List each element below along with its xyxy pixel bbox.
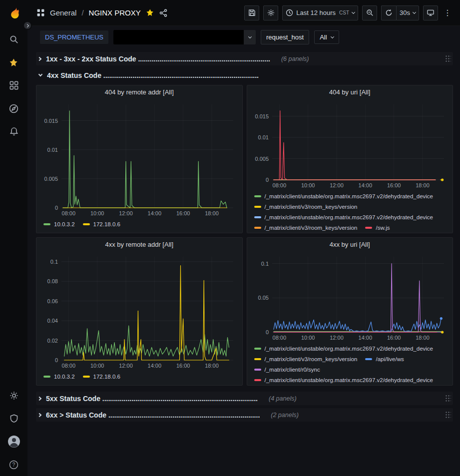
breadcrumb-section[interactable]: General bbox=[50, 8, 76, 17]
chart-4xx-by-remote-addr[interactable]: 08:0010:0012:0014:0016:0018:0000.020.040… bbox=[39, 252, 239, 370]
legend-label: /_matrix/client/v3/room_keys/version bbox=[265, 225, 358, 231]
legend-swatch bbox=[254, 358, 261, 360]
chevron-down-icon bbox=[38, 72, 42, 76]
legend-swatch bbox=[254, 195, 261, 197]
chart-4xx-by-uri[interactable]: 08:0010:0012:0014:0016:0018:0000.050.1 bbox=[250, 252, 450, 342]
svg-text:12:00: 12:00 bbox=[330, 335, 344, 341]
row-title: 4xx Status Code ........................… bbox=[47, 71, 259, 79]
legend-swatch bbox=[254, 379, 261, 381]
sidebar-item-help[interactable]: ? bbox=[0, 453, 27, 476]
panel-title[interactable]: 404 by remote addr [All] bbox=[36, 85, 242, 99]
svg-text:08:00: 08:00 bbox=[272, 335, 286, 341]
refresh-interval-label: 30s bbox=[400, 9, 410, 16]
sidebar-item-configuration[interactable] bbox=[0, 384, 27, 407]
sidebar-item-server-admin[interactable] bbox=[0, 407, 27, 430]
row-1xx-3xx-2xx[interactable]: 1xx - 3xx - 2xx Status Code ............… bbox=[36, 52, 453, 65]
sidebar-item-dashboards[interactable] bbox=[0, 74, 27, 97]
row-title: 6xx > Status Code ......................… bbox=[46, 411, 260, 419]
row-4xx[interactable]: 4xx Status Code ........................… bbox=[36, 68, 453, 82]
share-icon[interactable] bbox=[159, 9, 167, 17]
variable-ds-prometheus-label[interactable]: DS_PROMETHEUS bbox=[40, 30, 108, 44]
dashboard-title[interactable]: NGINX PROXY bbox=[89, 8, 141, 17]
legend-item[interactable]: /_matrix/client/v3/room_keys/version bbox=[254, 354, 358, 364]
row-title: 1xx - 3xx - 2xx Status Code ............… bbox=[46, 55, 270, 63]
sidebar-item-search[interactable] bbox=[0, 28, 27, 51]
legend-item[interactable]: 172.18.0.6 bbox=[83, 219, 120, 229]
row-drag-handle[interactable] bbox=[445, 394, 451, 403]
refresh-interval-dropdown[interactable]: 30s bbox=[396, 5, 419, 20]
time-range-picker[interactable]: Last 12 hours CST bbox=[282, 5, 358, 20]
panel-4xx-by-uri: 4xx by uri [All] 08:0010:0012:0014:0016:… bbox=[247, 237, 454, 386]
legend-item[interactable]: 10.0.3.2 bbox=[43, 371, 75, 382]
legend-item[interactable]: 172.18.0.6 bbox=[83, 371, 120, 382]
sidebar-item-explore[interactable] bbox=[0, 97, 27, 120]
legend-label: /api/live/ws bbox=[376, 356, 404, 362]
legend-label: 10.0.3.2 bbox=[54, 221, 75, 227]
sidebar-item-starred[interactable] bbox=[0, 51, 27, 74]
legend-item[interactable]: /_matrix/client/unstable/org.matrix.msc2… bbox=[254, 191, 434, 201]
svg-text:14:00: 14:00 bbox=[148, 210, 162, 216]
legend-swatch bbox=[43, 376, 50, 378]
row-drag-handle[interactable] bbox=[445, 54, 451, 63]
svg-text:16:00: 16:00 bbox=[176, 363, 190, 369]
sidebar-item-profile[interactable] bbox=[0, 430, 27, 453]
chevron-right-icon bbox=[25, 23, 28, 27]
svg-text:12:00: 12:00 bbox=[119, 210, 133, 216]
legend-label: /_matrix/client/v3/room_keys/version bbox=[265, 356, 358, 362]
panel-404-by-uri: 404 by uri [All] 08:0010:0012:0014:0016:… bbox=[247, 85, 454, 233]
legend-item[interactable]: /_matrix/client/unstable/org.matrix.msc2… bbox=[254, 212, 434, 222]
row-6xx[interactable]: 6xx > Status Code ......................… bbox=[36, 408, 453, 422]
datasource-select[interactable] bbox=[113, 30, 256, 44]
legend: /_matrix/client/unstable/org.matrix.msc2… bbox=[254, 343, 451, 383]
variable-request-host-label[interactable]: request_host bbox=[261, 30, 309, 44]
legend-swatch bbox=[83, 223, 90, 225]
sidebar-expand-button[interactable] bbox=[23, 21, 32, 30]
svg-text:0.06: 0.06 bbox=[47, 298, 58, 304]
legend-item[interactable]: /sw.js bbox=[365, 222, 390, 231]
legend: 10.0.3.2172.18.0.6 bbox=[43, 219, 240, 231]
refresh-icon bbox=[385, 9, 393, 16]
row-5xx[interactable]: 5xx Status Code ........................… bbox=[36, 392, 453, 405]
panel-404-by-remote-addr: 404 by remote addr [All] 08:0010:0012:00… bbox=[36, 85, 243, 233]
refresh-button[interactable] bbox=[381, 5, 396, 20]
compass-icon bbox=[9, 104, 18, 113]
dashboards-grid-icon bbox=[9, 81, 18, 90]
breadcrumb-separator: / bbox=[81, 8, 83, 17]
svg-text:18:00: 18:00 bbox=[416, 335, 430, 341]
legend-item[interactable]: /_matrix/client/v3/room_keys/version bbox=[254, 222, 358, 231]
row-drag-handle[interactable] bbox=[445, 411, 451, 419]
svg-text:16:00: 16:00 bbox=[387, 182, 401, 188]
request-host-select[interactable]: All bbox=[314, 30, 339, 44]
panel-title[interactable]: 4xx by uri [All] bbox=[247, 238, 453, 252]
help-question-icon: ? bbox=[9, 460, 18, 470]
svg-text:14:00: 14:00 bbox=[358, 335, 372, 341]
legend-item[interactable]: /_matrix/client/v3/room_keys/version bbox=[254, 201, 358, 212]
panel-title[interactable]: 4xx by remote addr [All] bbox=[36, 238, 242, 252]
svg-text:?: ? bbox=[12, 462, 15, 468]
svg-text:08:00: 08:00 bbox=[272, 182, 286, 188]
favorite-star-icon[interactable] bbox=[146, 8, 154, 17]
zoom-out-button[interactable] bbox=[362, 5, 377, 20]
sidebar-item-alerting[interactable] bbox=[0, 120, 27, 143]
kebab-menu-button[interactable]: ⋮ bbox=[442, 5, 453, 20]
svg-text:0.005: 0.005 bbox=[44, 176, 58, 182]
legend-item[interactable]: /_matrix/client/unstable/org.matrix.msc2… bbox=[254, 375, 434, 383]
legend-item[interactable]: /_matrix/client/unstable/org.matrix.msc2… bbox=[254, 343, 434, 354]
legend-item[interactable]: /api/live/ws bbox=[365, 354, 404, 364]
panel-title[interactable]: 404 by uri [All] bbox=[247, 85, 453, 99]
legend-item[interactable]: 10.0.3.2 bbox=[43, 219, 75, 229]
legend-swatch bbox=[43, 223, 50, 225]
svg-text:18:00: 18:00 bbox=[205, 210, 219, 216]
cycle-view-mode-button[interactable] bbox=[423, 5, 438, 20]
dashboard-canvas: DS_PROMETHEUS request_host All 1xx - 3xx… bbox=[27, 26, 460, 476]
gear-icon bbox=[267, 9, 275, 16]
legend-label: 172.18.0.6 bbox=[93, 374, 120, 380]
chart-404-by-remote-addr[interactable]: 08:0010:0012:0014:0016:0018:0000.0050.01… bbox=[39, 99, 239, 218]
chart-404-by-uri[interactable]: 08:0010:0012:0014:0016:0018:0000.0050.01… bbox=[250, 99, 450, 190]
zoom-out-icon bbox=[366, 9, 374, 16]
save-dashboard-button[interactable] bbox=[244, 5, 259, 20]
legend-swatch bbox=[254, 369, 261, 371]
apps-grid-icon[interactable] bbox=[36, 8, 45, 17]
legend-item[interactable]: /_matrix/client/r0/sync bbox=[254, 364, 320, 375]
dashboard-settings-button[interactable] bbox=[263, 5, 278, 20]
